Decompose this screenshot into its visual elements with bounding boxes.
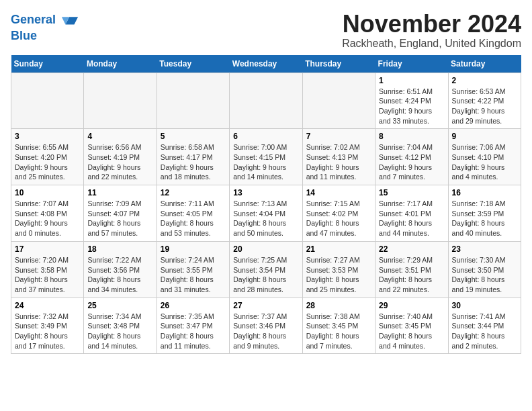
page-title: November 2024 — [342, 11, 521, 38]
calendar-cell: 2Sunrise: 6:53 AM Sunset: 4:22 PM Daylig… — [448, 73, 521, 129]
day-number: 15 — [379, 188, 444, 197]
logo: General Blue — [11, 11, 79, 43]
calendar-cell: 22Sunrise: 7:29 AM Sunset: 3:51 PM Dayli… — [375, 241, 448, 298]
day-info: Sunrise: 7:07 AM Sunset: 4:08 PM Dayligh… — [15, 199, 80, 238]
calendar-week-1: 1Sunrise: 6:51 AM Sunset: 4:24 PM Daylig… — [11, 73, 521, 129]
day-info: Sunrise: 7:30 AM Sunset: 3:50 PM Dayligh… — [452, 255, 517, 295]
day-info: Sunrise: 7:11 AM Sunset: 4:05 PM Dayligh… — [161, 199, 226, 238]
page-header: General Blue November 2024 Rackheath, En… — [11, 11, 521, 50]
day-number: 18 — [87, 244, 152, 254]
calendar-cell: 12Sunrise: 7:11 AM Sunset: 4:05 PM Dayli… — [157, 185, 229, 242]
day-info: Sunrise: 7:20 AM Sunset: 3:58 PM Dayligh… — [15, 255, 80, 295]
calendar-cell: 9Sunrise: 7:06 AM Sunset: 4:10 PM Daylig… — [448, 129, 521, 185]
calendar-cell: 13Sunrise: 7:13 AM Sunset: 4:04 PM Dayli… — [230, 185, 302, 242]
day-number: 22 — [379, 244, 444, 254]
calendar-cell: 29Sunrise: 7:40 AM Sunset: 3:45 PM Dayli… — [375, 298, 448, 354]
day-number: 29 — [379, 301, 444, 310]
logo-text: General — [11, 11, 79, 30]
calendar-cell: 20Sunrise: 7:25 AM Sunset: 3:54 PM Dayli… — [230, 241, 302, 298]
day-info: Sunrise: 7:41 AM Sunset: 3:44 PM Dayligh… — [452, 312, 517, 351]
day-info: Sunrise: 7:15 AM Sunset: 4:02 PM Dayligh… — [306, 199, 371, 238]
calendar-cell — [84, 73, 157, 129]
calendar-cell: 5Sunrise: 6:58 AM Sunset: 4:17 PM Daylig… — [157, 129, 229, 185]
day-info: Sunrise: 7:00 AM Sunset: 4:15 PM Dayligh… — [233, 142, 298, 182]
day-info: Sunrise: 6:55 AM Sunset: 4:20 PM Dayligh… — [15, 142, 80, 182]
calendar-week-5: 24Sunrise: 7:32 AM Sunset: 3:49 PM Dayli… — [11, 298, 521, 354]
day-number: 25 — [87, 301, 152, 310]
calendar-header-row: SundayMondayTuesdayWednesdayThursdayFrid… — [11, 55, 521, 73]
day-info: Sunrise: 7:34 AM Sunset: 3:48 PM Dayligh… — [87, 312, 152, 351]
day-number: 11 — [87, 188, 152, 197]
day-info: Sunrise: 7:09 AM Sunset: 4:07 PM Dayligh… — [87, 199, 152, 238]
day-number: 7 — [306, 132, 371, 141]
day-info: Sunrise: 7:13 AM Sunset: 4:04 PM Dayligh… — [233, 199, 298, 238]
calendar-cell — [11, 73, 84, 129]
day-number: 6 — [233, 132, 298, 141]
calendar-cell: 11Sunrise: 7:09 AM Sunset: 4:07 PM Dayli… — [84, 185, 157, 242]
day-number: 21 — [306, 244, 371, 254]
day-header-tuesday: Tuesday — [157, 55, 229, 73]
day-info: Sunrise: 7:35 AM Sunset: 3:47 PM Dayligh… — [161, 312, 226, 351]
day-info: Sunrise: 7:29 AM Sunset: 3:51 PM Dayligh… — [379, 255, 444, 295]
day-info: Sunrise: 7:17 AM Sunset: 4:01 PM Dayligh… — [379, 199, 444, 238]
day-header-sunday: Sunday — [11, 55, 84, 73]
calendar-cell — [230, 73, 302, 129]
day-number: 26 — [161, 301, 226, 310]
day-info: Sunrise: 7:04 AM Sunset: 4:12 PM Dayligh… — [379, 142, 444, 182]
day-number: 16 — [452, 188, 517, 197]
day-info: Sunrise: 6:51 AM Sunset: 4:24 PM Dayligh… — [379, 87, 444, 126]
calendar-cell: 21Sunrise: 7:27 AM Sunset: 3:53 PM Dayli… — [302, 241, 375, 298]
calendar-cell: 3Sunrise: 6:55 AM Sunset: 4:20 PM Daylig… — [11, 129, 84, 185]
day-number: 20 — [233, 244, 298, 254]
day-info: Sunrise: 7:18 AM Sunset: 3:59 PM Dayligh… — [452, 199, 517, 238]
day-number: 5 — [161, 132, 226, 141]
calendar-cell: 24Sunrise: 7:32 AM Sunset: 3:49 PM Dayli… — [11, 298, 84, 354]
calendar-cell: 10Sunrise: 7:07 AM Sunset: 4:08 PM Dayli… — [11, 185, 84, 242]
day-info: Sunrise: 7:24 AM Sunset: 3:55 PM Dayligh… — [161, 255, 226, 295]
day-info: Sunrise: 6:58 AM Sunset: 4:17 PM Dayligh… — [161, 142, 226, 182]
calendar-cell: 18Sunrise: 7:22 AM Sunset: 3:56 PM Dayli… — [84, 241, 157, 298]
day-header-saturday: Saturday — [448, 55, 521, 73]
day-info: Sunrise: 7:06 AM Sunset: 4:10 PM Dayligh… — [452, 142, 517, 182]
calendar-week-3: 10Sunrise: 7:07 AM Sunset: 4:08 PM Dayli… — [11, 185, 521, 242]
calendar-cell: 30Sunrise: 7:41 AM Sunset: 3:44 PM Dayli… — [448, 298, 521, 354]
calendar-week-2: 3Sunrise: 6:55 AM Sunset: 4:20 PM Daylig… — [11, 129, 521, 185]
day-info: Sunrise: 7:32 AM Sunset: 3:49 PM Dayligh… — [15, 312, 80, 351]
calendar-cell — [157, 73, 229, 129]
calendar-cell: 1Sunrise: 6:51 AM Sunset: 4:24 PM Daylig… — [375, 73, 448, 129]
day-number: 9 — [452, 132, 517, 141]
calendar-cell: 19Sunrise: 7:24 AM Sunset: 3:55 PM Dayli… — [157, 241, 229, 298]
day-number: 4 — [87, 132, 152, 141]
day-header-thursday: Thursday — [302, 55, 375, 73]
calendar-cell: 17Sunrise: 7:20 AM Sunset: 3:58 PM Dayli… — [11, 241, 84, 298]
day-info: Sunrise: 7:27 AM Sunset: 3:53 PM Dayligh… — [306, 255, 371, 295]
day-header-friday: Friday — [375, 55, 448, 73]
calendar-cell: 7Sunrise: 7:02 AM Sunset: 4:13 PM Daylig… — [302, 129, 375, 185]
day-info: Sunrise: 7:02 AM Sunset: 4:13 PM Dayligh… — [306, 142, 371, 182]
day-info: Sunrise: 7:40 AM Sunset: 3:45 PM Dayligh… — [379, 312, 444, 351]
calendar-table: SundayMondayTuesdayWednesdayThursdayFrid… — [11, 55, 521, 355]
day-info: Sunrise: 7:25 AM Sunset: 3:54 PM Dayligh… — [233, 255, 298, 295]
day-number: 30 — [452, 301, 517, 310]
calendar-cell: 4Sunrise: 6:56 AM Sunset: 4:19 PM Daylig… — [84, 129, 157, 185]
day-number: 12 — [161, 188, 226, 197]
calendar-cell: 26Sunrise: 7:35 AM Sunset: 3:47 PM Dayli… — [157, 298, 229, 354]
calendar-cell: 8Sunrise: 7:04 AM Sunset: 4:12 PM Daylig… — [375, 129, 448, 185]
calendar-cell: 14Sunrise: 7:15 AM Sunset: 4:02 PM Dayli… — [302, 185, 375, 242]
calendar-cell: 28Sunrise: 7:38 AM Sunset: 3:45 PM Dayli… — [302, 298, 375, 354]
day-info: Sunrise: 7:37 AM Sunset: 3:46 PM Dayligh… — [233, 312, 298, 351]
day-number: 17 — [15, 244, 80, 254]
day-info: Sunrise: 7:22 AM Sunset: 3:56 PM Dayligh… — [87, 255, 152, 295]
calendar-cell: 6Sunrise: 7:00 AM Sunset: 4:15 PM Daylig… — [230, 129, 302, 185]
day-number: 28 — [306, 301, 371, 310]
day-number: 23 — [452, 244, 517, 254]
day-number: 13 — [233, 188, 298, 197]
calendar-cell: 25Sunrise: 7:34 AM Sunset: 3:48 PM Dayli… — [84, 298, 157, 354]
logo-blue: Blue — [11, 30, 79, 43]
calendar-cell — [302, 73, 375, 129]
day-number: 10 — [15, 188, 80, 197]
day-info: Sunrise: 6:56 AM Sunset: 4:19 PM Dayligh… — [87, 142, 152, 182]
day-header-monday: Monday — [84, 55, 157, 73]
day-header-wednesday: Wednesday — [230, 55, 302, 73]
calendar-cell: 27Sunrise: 7:37 AM Sunset: 3:46 PM Dayli… — [230, 298, 302, 354]
